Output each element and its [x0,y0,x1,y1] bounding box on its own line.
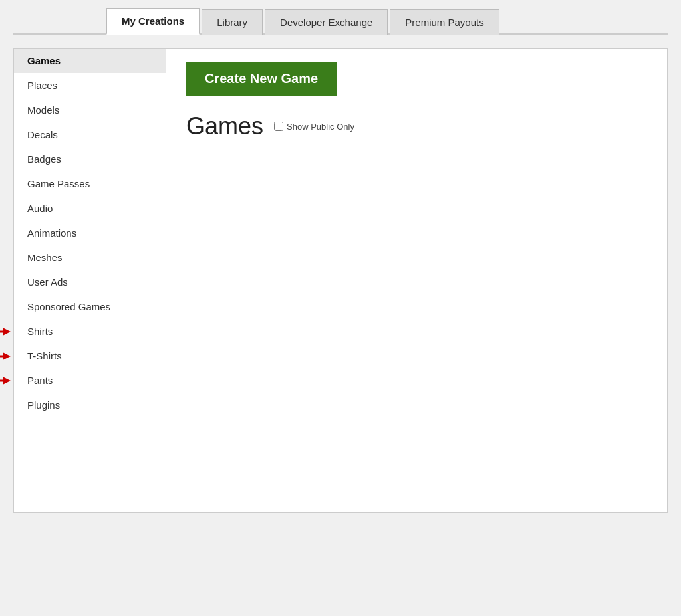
sidebar-item-meshes[interactable]: Meshes [14,245,166,270]
show-public-only-checkbox[interactable] [274,122,283,131]
sidebar-item-animations[interactable]: Animations [14,221,166,245]
sidebar-item-user-ads[interactable]: User Ads [14,270,166,294]
svg-marker-3 [3,352,11,360]
tab-premium-payouts[interactable]: Premium Payouts [390,9,499,35]
show-public-only-text: Show Public Only [287,122,354,132]
show-public-only-label[interactable]: Show Public Only [274,122,354,132]
tabs-bar: My Creations Library Developer Exchange … [13,7,668,35]
sidebar-item-games[interactable]: Games [14,49,166,73]
sidebar-item-sponsored-games[interactable]: Sponsored Games [14,294,166,319]
main-content: GamesPlacesModelsDecalsBadgesGame Passes… [13,48,668,513]
sidebar-item-label: T-Shirts [27,350,62,361]
tab-my-creations[interactable]: My Creations [106,8,200,35]
sidebar-item-plugins[interactable]: Plugins [14,393,166,417]
section-title-row: Games Show Public Only [186,112,647,140]
sidebar-item-t-shirts[interactable]: T-Shirts [14,344,166,368]
sidebar: GamesPlacesModelsDecalsBadgesGame Passes… [13,48,166,513]
create-new-game-button[interactable]: Create New Game [186,62,337,96]
sidebar-item-models[interactable]: Models [14,98,166,122]
sidebar-item-shirts[interactable]: Shirts [14,319,166,344]
section-title: Games [186,112,263,140]
content-panel: Create New Game Games Show Public Only [166,48,668,513]
sidebar-item-places[interactable]: Places [14,73,166,98]
sidebar-item-audio[interactable]: Audio [14,196,166,221]
sidebar-item-label: Pants [27,375,53,386]
tab-library[interactable]: Library [202,9,263,35]
sidebar-item-game-passes[interactable]: Game Passes [14,171,166,196]
arrow-icon-pants [0,374,11,387]
sidebar-item-badges[interactable]: Badges [14,147,166,171]
svg-marker-1 [3,328,11,336]
sidebar-item-pants[interactable]: Pants [14,368,166,393]
sidebar-item-decals[interactable]: Decals [14,122,166,147]
arrow-icon-shirts [0,325,11,338]
svg-marker-5 [3,377,11,385]
arrow-icon-t-shirts [0,350,11,363]
tab-developer-exchange[interactable]: Developer Exchange [265,9,388,35]
page-container: My Creations Library Developer Exchange … [0,0,681,616]
sidebar-item-label: Shirts [27,326,53,337]
